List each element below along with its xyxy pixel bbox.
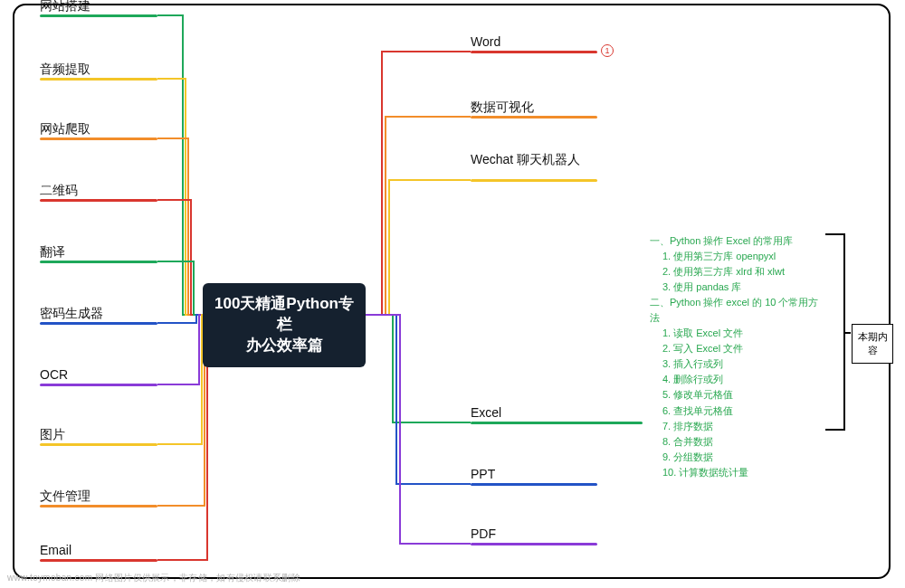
left-topic-6[interactable]: OCR xyxy=(40,367,68,382)
watermark-text: www.toymoban.com 网络图片仅供展示，非存储，如有侵权请联系删除 xyxy=(7,572,300,584)
center-node[interactable]: 100天精通Python专栏 办公效率篇 xyxy=(203,283,366,367)
outline-row-5: 1. 读取 Excel 文件 xyxy=(650,326,820,341)
outline-row-2: 2. 使用第三方库 xlrd 和 xlwt xyxy=(650,264,820,280)
outline-row-7: 3. 插入行或列 xyxy=(650,356,820,372)
left-underline-0 xyxy=(40,14,157,17)
outline-row-13: 9. 分组数据 xyxy=(650,450,820,465)
outline-row-8: 4. 删除行或列 xyxy=(650,372,820,387)
outline-row-10: 6. 查找单元格值 xyxy=(650,403,820,419)
left-underline-4 xyxy=(40,261,157,263)
left-topic-4[interactable]: 翻译 xyxy=(40,244,65,261)
left-topic-9[interactable]: Email xyxy=(40,543,71,557)
left-underline-1 xyxy=(40,78,157,81)
left-topic-0[interactable]: 网站搭建 xyxy=(40,0,90,14)
left-underline-9 xyxy=(40,559,157,562)
outline-row-11: 7. 排序数据 xyxy=(650,419,820,434)
outline-row-12: 8. 合并数据 xyxy=(650,434,820,450)
right-topic-1[interactable]: 数据可视化 xyxy=(471,100,534,116)
outline-row-6: 2. 写入 Excel 文件 xyxy=(650,341,820,356)
outline-row-14: 10. 计算数据统计量 xyxy=(650,465,820,480)
right-topic-0[interactable]: Word xyxy=(471,34,500,49)
right-topic-2[interactable]: Wechat 聊天机器人 xyxy=(471,152,588,168)
right-underline-1 xyxy=(471,116,597,119)
outline-row-1: 1. 使用第三方库 openpyxl xyxy=(650,249,820,264)
left-underline-2 xyxy=(40,138,157,140)
left-underline-7 xyxy=(40,443,157,446)
right-topic-5[interactable]: PDF xyxy=(471,526,496,541)
outline-row-0: 一、Python 操作 Excel 的常用库 xyxy=(650,233,820,249)
topic-badge: 1 xyxy=(601,44,614,57)
left-topic-2[interactable]: 网站爬取 xyxy=(40,121,90,138)
left-topic-7[interactable]: 图片 xyxy=(40,427,65,443)
center-title-line1: 100天精通Python专栏 xyxy=(210,294,358,336)
left-underline-6 xyxy=(40,384,157,386)
right-underline-0 xyxy=(471,51,597,53)
outline-row-3: 3. 使用 pandas 库 xyxy=(650,280,820,295)
excel-outline: 一、Python 操作 Excel 的常用库1. 使用第三方库 openpyxl… xyxy=(650,233,820,480)
left-underline-5 xyxy=(40,322,157,325)
issue-label: 本期内容 xyxy=(852,324,893,364)
left-underline-8 xyxy=(40,505,157,507)
outline-row-9: 5. 修改单元格值 xyxy=(650,387,820,403)
left-topic-1[interactable]: 音频提取 xyxy=(40,62,90,78)
right-underline-2 xyxy=(471,179,597,182)
outline-row-4: 二、Python 操作 excel 的 10 个常用方法 xyxy=(650,295,820,326)
right-underline-5 xyxy=(471,543,597,545)
center-title-line2: 办公效率篇 xyxy=(210,336,358,356)
left-topic-5[interactable]: 密码生成器 xyxy=(40,306,103,322)
right-topic-4[interactable]: PPT xyxy=(471,467,495,481)
outline-bracket xyxy=(825,233,845,431)
left-topic-8[interactable]: 文件管理 xyxy=(40,488,90,505)
left-topic-3[interactable]: 二维码 xyxy=(40,183,78,199)
right-topic-3[interactable]: Excel xyxy=(471,405,501,420)
right-underline-4 xyxy=(471,483,597,486)
left-underline-3 xyxy=(40,199,157,202)
right-underline-3 xyxy=(471,422,643,424)
